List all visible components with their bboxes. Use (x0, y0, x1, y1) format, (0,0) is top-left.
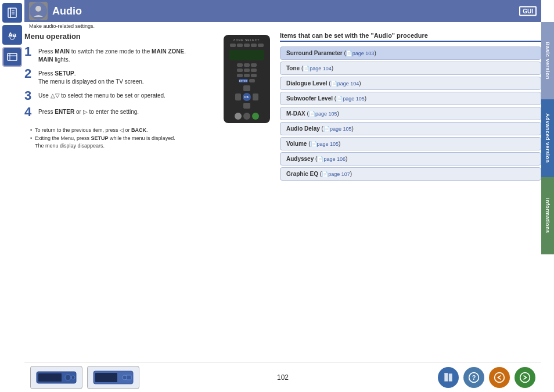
remote-top-buttons (230, 44, 264, 47)
item-label-graphic-eq: Graphic EQ (286, 171, 318, 177)
remote-dpad: OK (235, 85, 258, 109)
svg-point-23 (495, 372, 505, 382)
footer-right: ? (438, 367, 535, 388)
remote-dpad-right[interactable] (253, 93, 258, 100)
right-sidebar: Basic version Advanced version Informati… (541, 22, 554, 254)
item-label-mdax: M-DAX (286, 110, 305, 117)
remote-m4[interactable] (237, 69, 243, 72)
footer-back-icon[interactable] (489, 367, 510, 388)
header-icon (29, 2, 48, 20)
page-header: Audio GUI Make audio-related settings. (24, 0, 541, 32)
item-link-surround[interactable]: 📄page 103 (346, 51, 375, 56)
step-3-number: 3 (24, 89, 35, 102)
sidebar-font-icon[interactable]: Aa (2, 25, 22, 45)
footer-help-icon[interactable]: ? (463, 367, 484, 388)
remote-dpad-up[interactable] (243, 85, 250, 91)
item-label-tone: Tone (286, 65, 300, 71)
remote-m5[interactable] (244, 69, 250, 72)
left-sidebar: Aa (0, 0, 24, 392)
remote-mid-row1 (237, 63, 257, 67)
item-volume[interactable]: Volume (📄page 105) (280, 137, 541, 150)
footer-book-icon[interactable] (438, 367, 459, 388)
item-link-graphic-eq[interactable]: 📄page 107 (322, 171, 350, 177)
page-title: Audio (52, 5, 82, 17)
page-subtitle: Make audio-related settings. (24, 22, 541, 30)
items-list: Surround Parameter (📄page 103) Tone (📄pa… (280, 46, 541, 181)
remote-round-3[interactable] (252, 113, 259, 120)
remote-mid-row4: ENTER (239, 79, 255, 82)
remote-dpad-center[interactable]: OK (243, 93, 251, 101)
item-link-dialogue[interactable]: 📄page 104 (331, 81, 359, 87)
svg-rect-7 (8, 53, 17, 60)
remote-btn-4[interactable] (251, 44, 257, 47)
item-link-mdax[interactable]: 📄page 105 (309, 111, 337, 117)
item-surround-parameter[interactable]: Surround Parameter (📄page 103) (280, 46, 541, 60)
item-link-audio-delay[interactable]: 📄page 105 (323, 126, 352, 132)
remote-m6[interactable] (251, 69, 257, 72)
remote-round-2[interactable] (243, 113, 250, 120)
remote-screen (229, 50, 264, 60)
left-panel: Menu operation 1 Press MAIN to switch th… (24, 32, 274, 360)
remote-m1[interactable] (237, 63, 243, 67)
step-2-number: 2 (24, 67, 35, 80)
remote-bottom-row (235, 113, 259, 120)
remote-brand: ZONE SELECT (233, 38, 260, 42)
footer-device-1[interactable] (30, 366, 82, 389)
remote-mid-row3 (237, 74, 257, 77)
footer-device-2[interactable] (87, 366, 139, 389)
item-dialogue-level[interactable]: Dialogue Level (📄page 104) (280, 77, 541, 90)
footer-left (30, 366, 139, 389)
remote-dpad-left[interactable] (235, 93, 241, 100)
item-label-surround: Surround Parameter (286, 50, 343, 56)
remote-enter[interactable]: ENTER (239, 79, 248, 82)
svg-text:?: ? (472, 374, 476, 381)
tab-basic-version[interactable]: Basic version (541, 22, 554, 99)
footer-forward-icon[interactable] (515, 367, 535, 388)
remote-ma[interactable] (249, 79, 255, 82)
right-panel: Items that can be set with the "Audio" p… (280, 32, 541, 360)
tab-informations[interactable]: Informations (541, 177, 554, 254)
sidebar-book-icon[interactable] (2, 3, 22, 23)
step-2-text: Press SETUP. The menu is displayed on th… (38, 67, 144, 86)
item-audio-delay[interactable]: Audio Delay (📄page 105) (280, 122, 541, 135)
item-label-dialogue: Dialogue Level (286, 80, 328, 87)
svg-point-24 (520, 372, 530, 382)
remote-m8[interactable] (244, 74, 250, 77)
tab-advanced-version[interactable]: Advanced version (541, 99, 554, 177)
footer: 102 ? (24, 362, 541, 392)
remote-m3[interactable] (251, 63, 257, 67)
item-link-audyssey[interactable]: 📄page 106 (317, 156, 346, 162)
remote-dpad-down[interactable] (243, 103, 250, 109)
gui-badge: GUI (519, 6, 537, 16)
item-mdax[interactable]: M-DAX (📄page 105) (280, 107, 541, 120)
remote-m9[interactable] (251, 74, 257, 77)
item-tone[interactable]: Tone (📄page 104) (280, 62, 541, 75)
header-bar: Audio GUI (24, 0, 541, 22)
remote-m7[interactable] (237, 74, 243, 77)
item-link-tone[interactable]: 📄page 104 (303, 66, 332, 71)
main-content: Menu operation 1 Press MAIN to switch th… (24, 32, 541, 360)
remote-btn-5[interactable] (258, 44, 264, 47)
item-label-audio-delay: Audio Delay (286, 125, 320, 132)
step-4-number: 4 (24, 106, 35, 118)
step-3-text: Use △▽ to select the menu to be set or o… (38, 89, 166, 100)
svg-rect-19 (127, 375, 131, 380)
item-label-audyssey: Audyssey (286, 156, 314, 162)
item-link-subwoofer[interactable]: 📄page 105 (336, 96, 365, 102)
remote-btn-1[interactable] (230, 44, 236, 47)
remote-btn-2[interactable] (237, 44, 243, 47)
remote-round-1[interactable] (235, 113, 242, 120)
right-panel-title: Items that can be set with the "Audio" p… (280, 32, 541, 42)
item-graphic-eq[interactable]: Graphic EQ (📄page 107) (280, 167, 541, 181)
sidebar-gui-icon[interactable] (2, 47, 22, 67)
item-link-volume[interactable]: 📄page 105 (311, 141, 339, 147)
item-audyssey[interactable]: Audyssey (📄page 106) (280, 152, 541, 166)
remote-m2[interactable] (244, 63, 250, 67)
item-label-subwoofer: Subwoofer Level (286, 95, 333, 102)
item-subwoofer-level[interactable]: Subwoofer Level (📄page 105) (280, 92, 541, 105)
item-label-volume: Volume (286, 141, 307, 147)
step-1-text: Press MAIN to switch the zone mode to th… (38, 45, 186, 64)
step-1-number: 1 (24, 45, 35, 58)
remote-control-area: ZONE SELECT (219, 32, 274, 360)
remote-btn-3[interactable] (244, 44, 250, 47)
